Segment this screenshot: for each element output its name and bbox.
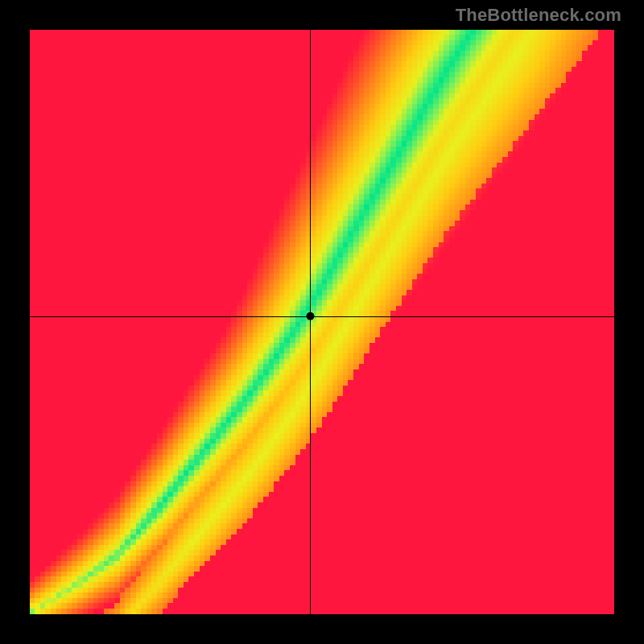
- watermark-text: TheBottleneck.com: [456, 5, 621, 26]
- heatmap-canvas: [30, 30, 614, 614]
- chart-frame: TheBottleneck.com: [0, 0, 644, 644]
